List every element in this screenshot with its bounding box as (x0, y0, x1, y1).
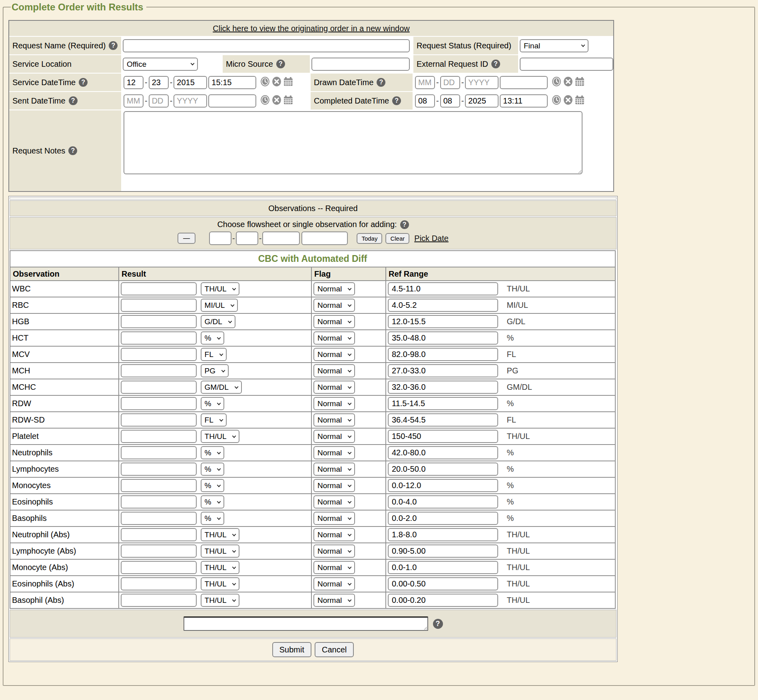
pick-date-link[interactable]: Pick Date (414, 234, 449, 243)
cancel-button[interactable]: Cancel (315, 642, 354, 657)
minus-button[interactable]: — (178, 233, 195, 244)
sent-month-input[interactable] (124, 94, 144, 108)
result-input[interactable] (121, 315, 197, 328)
drawn-day-input[interactable] (440, 76, 460, 89)
clock-icon[interactable] (260, 76, 270, 87)
result-unit-select[interactable]: % (201, 463, 224, 476)
service-year-input[interactable] (174, 76, 207, 89)
result-unit-select[interactable]: TH/UL (201, 544, 239, 558)
service-location-select[interactable]: Office (123, 58, 198, 71)
calendar-icon[interactable] (283, 95, 293, 105)
result-input[interactable] (121, 348, 197, 361)
result-unit-select[interactable]: TH/UL (201, 594, 239, 607)
result-unit-select[interactable]: TH/UL (201, 430, 239, 443)
clock-icon[interactable] (551, 95, 562, 105)
request-notes-textarea[interactable] (124, 111, 582, 174)
flag-select[interactable]: Normal (313, 331, 355, 345)
completed-year-input[interactable] (465, 94, 499, 108)
help-icon[interactable]: ? (109, 41, 118, 50)
result-input[interactable] (121, 413, 197, 427)
drawn-time-input[interactable] (500, 76, 548, 89)
flag-select[interactable]: Normal (313, 479, 355, 492)
flag-select[interactable]: Normal (313, 512, 355, 525)
result-unit-select[interactable]: % (201, 331, 224, 345)
help-icon[interactable]: ? (392, 96, 401, 105)
result-input[interactable] (121, 430, 197, 443)
flag-select[interactable]: Normal (313, 446, 355, 459)
ref-range-input[interactable] (388, 364, 498, 377)
flag-select[interactable]: Normal (313, 315, 355, 328)
flag-select[interactable]: Normal (313, 577, 355, 590)
result-input[interactable] (121, 577, 197, 590)
calendar-icon[interactable] (574, 95, 585, 105)
service-month-input[interactable] (124, 76, 144, 89)
observation-search-input[interactable] (184, 616, 428, 631)
picker-year-input[interactable] (262, 231, 300, 245)
result-input[interactable] (121, 381, 197, 394)
result-unit-select[interactable]: TH/UL (201, 561, 239, 574)
completed-time-input[interactable] (500, 94, 548, 108)
sent-day-input[interactable] (149, 94, 169, 108)
result-input[interactable] (121, 446, 197, 459)
flag-select[interactable]: Normal (313, 299, 355, 312)
ref-range-input[interactable] (388, 348, 498, 361)
result-unit-select[interactable]: % (201, 479, 224, 492)
ref-range-input[interactable] (388, 446, 498, 459)
result-unit-select[interactable]: % (201, 397, 224, 410)
result-unit-select[interactable]: GM/DL (201, 381, 242, 394)
result-unit-select[interactable]: FL (201, 348, 227, 361)
picker-day-input[interactable] (236, 231, 258, 245)
drawn-year-input[interactable] (465, 76, 499, 89)
ref-range-input[interactable] (388, 561, 498, 574)
clear-date-icon[interactable] (563, 76, 573, 87)
result-input[interactable] (121, 397, 197, 410)
help-icon[interactable]: ? (433, 619, 443, 629)
micro-source-input[interactable] (311, 58, 410, 71)
help-icon[interactable]: ? (377, 78, 385, 87)
result-unit-select[interactable]: TH/UL (201, 577, 239, 590)
request-status-select[interactable]: Final (520, 39, 588, 52)
ref-range-input[interactable] (388, 577, 498, 590)
originating-order-link[interactable]: Click here to view the originating order… (213, 24, 409, 33)
request-name-input[interactable] (123, 39, 410, 52)
ref-range-input[interactable] (388, 594, 498, 607)
ref-range-input[interactable] (388, 397, 498, 410)
completed-day-input[interactable] (440, 94, 460, 108)
help-icon[interactable]: ? (276, 60, 285, 68)
result-input[interactable] (121, 594, 197, 607)
ref-range-input[interactable] (388, 331, 498, 345)
help-icon[interactable]: ? (69, 96, 78, 105)
result-unit-select[interactable]: PG (201, 364, 229, 377)
ref-range-input[interactable] (388, 495, 498, 509)
ref-range-input[interactable] (388, 381, 498, 394)
result-unit-select[interactable]: TH/UL (201, 282, 239, 295)
picker-time-input[interactable] (301, 231, 348, 245)
calendar-icon[interactable] (574, 76, 585, 87)
result-input[interactable] (121, 299, 197, 312)
result-input[interactable] (121, 495, 197, 509)
result-unit-select[interactable]: FL (201, 413, 227, 427)
flag-select[interactable]: Normal (313, 561, 355, 574)
clock-icon[interactable] (551, 76, 562, 87)
ref-range-input[interactable] (388, 528, 498, 541)
clock-icon[interactable] (260, 95, 270, 105)
result-input[interactable] (121, 331, 197, 345)
flag-select[interactable]: Normal (313, 381, 355, 394)
help-icon[interactable]: ? (491, 60, 500, 68)
help-icon[interactable]: ? (68, 146, 77, 155)
service-day-input[interactable] (149, 76, 169, 89)
result-unit-select[interactable]: TH/UL (201, 528, 239, 541)
result-input[interactable] (121, 479, 197, 492)
result-input[interactable] (121, 528, 197, 541)
ref-range-input[interactable] (388, 282, 498, 295)
sent-year-input[interactable] (174, 94, 207, 108)
flag-select[interactable]: Normal (313, 413, 355, 427)
ref-range-input[interactable] (388, 479, 498, 492)
picker-month-input[interactable] (209, 231, 231, 245)
result-input[interactable] (121, 282, 197, 295)
clear-date-icon[interactable] (563, 95, 573, 105)
result-unit-select[interactable]: % (201, 495, 224, 509)
flag-select[interactable]: Normal (313, 463, 355, 476)
result-unit-select[interactable]: MI/UL (201, 299, 238, 312)
result-input[interactable] (121, 561, 197, 574)
